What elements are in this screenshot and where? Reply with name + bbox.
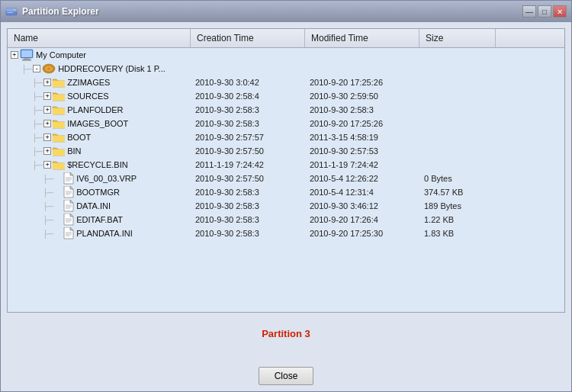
row-name-text: BOOT <box>67 133 91 142</box>
file-icon <box>63 227 74 239</box>
size-cell: 1.83 KB <box>419 228 496 239</box>
table-row[interactable]: ├─+ BOOT2010-9-30 2:57:572011-3-15 4:58:… <box>8 130 564 144</box>
table-row[interactable]: ├─+ PLANFOLDER2010-9-30 2:58:32010-9-30 … <box>8 103 564 117</box>
creation-time-cell: 2010-9-30 2:58:3 <box>191 214 305 225</box>
computer-icon <box>20 49 34 61</box>
table-row[interactable]: ├─ IV6_00_03.VRP2010-9-30 2:57:502010-5-… <box>8 172 564 185</box>
row-name-text: $RECYCLE.BIN <box>67 160 127 169</box>
table-row[interactable]: ├─ DATA.INI2010-9-30 2:58:32010-9-30 3:4… <box>8 199 564 213</box>
creation-time-cell: 2010-9-30 3:0:42 <box>191 77 305 88</box>
creation-time-cell: 2010-9-30 2:58:3 <box>191 104 305 115</box>
expand-icon[interactable]: + <box>11 51 18 59</box>
folder-icon <box>53 160 65 170</box>
window-close-button[interactable]: ✕ <box>553 5 567 18</box>
name-cell: ├─+ BOOT <box>8 132 191 143</box>
creation-time-cell <box>191 54 305 56</box>
name-cell: ├─ EDITAF.BAT <box>8 213 191 227</box>
expand-icon[interactable]: + <box>43 161 51 169</box>
minimize-button[interactable]: — <box>522 5 536 18</box>
title-bar-left: Partition Explorer <box>5 5 99 18</box>
row-name-text: ZZIMAGES <box>67 78 110 87</box>
creation-time-cell: 2011-1-19 7:24:42 <box>191 159 305 170</box>
modified-time-cell: 2010-9-20 17:26:4 <box>305 214 419 225</box>
svg-point-10 <box>47 68 50 70</box>
expand-icon[interactable]: + <box>43 92 51 100</box>
expand-icon[interactable]: + <box>43 133 51 141</box>
folder-icon <box>53 119 65 129</box>
main-window: Partition Explorer — □ ✕ Name Creation T… <box>0 0 572 392</box>
expand-icon[interactable]: + <box>43 120 51 127</box>
maximize-button[interactable]: □ <box>538 5 551 18</box>
table-body[interactable]: + My Computer├─- HDDRECOVERY (Disk 1 P..… <box>8 48 564 312</box>
row-name-text: PLANDATA.INI <box>76 229 133 238</box>
expand-icon[interactable]: + <box>43 106 51 114</box>
name-cell: ├─+ IMAGES_BOOT <box>8 118 191 130</box>
svg-rect-6 <box>24 58 30 59</box>
name-cell: ├─ PLANDATA.INI <box>8 227 191 240</box>
row-name-text: BOOTMGR <box>76 188 120 197</box>
folder-icon <box>53 78 65 88</box>
expand-icon[interactable]: + <box>43 79 51 86</box>
table-row[interactable]: ├─+ $RECYCLE.BIN2011-1-19 7:24:422011-1-… <box>8 158 564 172</box>
creation-time-cell: 2010-9-30 2:58:4 <box>191 91 305 101</box>
row-name-text: EDITAF.BAT <box>76 215 123 224</box>
modified-time-cell: 2010-9-20 17:25:26 <box>305 77 419 88</box>
modified-time-cell: 2010-9-30 3:46:12 <box>305 201 419 211</box>
row-name-text: IMAGES_BOOT <box>67 119 128 128</box>
name-cell: ├─- HDDRECOVERY (Disk 1 P... <box>8 62 191 76</box>
table-row[interactable]: ├─+ IMAGES_BOOT2010-9-30 2:58:32010-9-20… <box>8 117 564 130</box>
col-size: Size <box>419 29 496 47</box>
table-row[interactable]: ├─+ ZZIMAGES2010-9-30 3:0:422010-9-20 17… <box>8 76 564 89</box>
row-name-text: PLANFOLDER <box>67 105 123 114</box>
file-icon <box>63 186 74 198</box>
row-name-text: SOURCES <box>67 92 108 101</box>
row-name-text: DATA.INI <box>76 201 111 210</box>
row-name-text: IV6_00_03.VRP <box>76 174 137 183</box>
content-area: Name Creation Time Modified Time Size + … <box>1 22 571 361</box>
folder-icon <box>53 146 65 156</box>
title-buttons: — □ ✕ <box>522 5 567 18</box>
modified-time-cell: 2011-1-19 7:24:42 <box>305 159 419 170</box>
expand-icon[interactable]: - <box>33 65 40 72</box>
name-cell: + My Computer <box>8 48 191 62</box>
table-row[interactable]: ├─ PLANDATA.INI2010-9-30 2:58:32010-9-20… <box>8 227 564 240</box>
size-cell: 1.22 KB <box>419 214 496 225</box>
folder-icon <box>53 105 65 115</box>
window-title: Partition Explorer <box>22 6 99 17</box>
modified-time-cell: 2010-9-30 2:58:3 <box>305 104 419 115</box>
size-cell <box>419 82 496 83</box>
modified-time-cell: 2010-9-30 2:59:50 <box>305 91 419 101</box>
app-icon <box>5 5 18 18</box>
creation-time-cell <box>191 68 305 69</box>
creation-time-cell: 2010-9-30 2:58:3 <box>191 201 305 211</box>
name-cell: ├─+ ZZIMAGES <box>8 77 191 88</box>
folder-icon <box>53 133 65 143</box>
expand-icon[interactable]: + <box>43 147 51 155</box>
col-creation: Creation Time <box>191 29 305 47</box>
creation-time-cell: 2010-9-30 2:58:3 <box>191 118 305 129</box>
modified-time-cell: 2011-3-15 4:58:19 <box>305 132 419 143</box>
col-name: Name <box>8 29 191 47</box>
table-row[interactable]: ├─+ SOURCES2010-9-30 2:58:42010-9-30 2:5… <box>8 89 564 103</box>
table-row[interactable]: + My Computer <box>8 48 564 62</box>
size-cell: 189 Bytes <box>419 201 496 211</box>
size-cell <box>419 164 496 165</box>
size-cell <box>419 95 496 97</box>
table-row[interactable]: ├─- HDDRECOVERY (Disk 1 P... <box>8 62 564 76</box>
modified-time-cell: 2010-9-30 2:57:53 <box>305 146 419 156</box>
row-name-text: HDDRECOVERY (Disk 1 P... <box>58 64 165 73</box>
table-row[interactable]: ├─+ BIN2010-9-30 2:57:502010-9-30 2:57:5… <box>8 144 564 158</box>
close-button[interactable]: Close <box>259 367 314 385</box>
modified-time-cell: 2010-9-20 17:25:30 <box>305 228 419 239</box>
size-cell <box>419 54 496 56</box>
name-cell: ├─ IV6_00_03.VRP <box>8 172 191 185</box>
file-icon <box>63 172 74 185</box>
table-row[interactable]: ├─ BOOTMGR2010-9-30 2:58:32010-5-4 12:31… <box>8 185 564 199</box>
name-cell: ├─+ PLANFOLDER <box>8 104 191 116</box>
svg-rect-7 <box>22 59 31 61</box>
size-cell: 374.57 KB <box>419 187 496 198</box>
row-name-text: My Computer <box>36 50 86 59</box>
size-cell <box>419 68 496 69</box>
table-row[interactable]: ├─ EDITAF.BAT2010-9-30 2:58:32010-9-20 1… <box>8 213 564 227</box>
creation-time-cell: 2010-9-30 2:57:50 <box>191 146 305 156</box>
